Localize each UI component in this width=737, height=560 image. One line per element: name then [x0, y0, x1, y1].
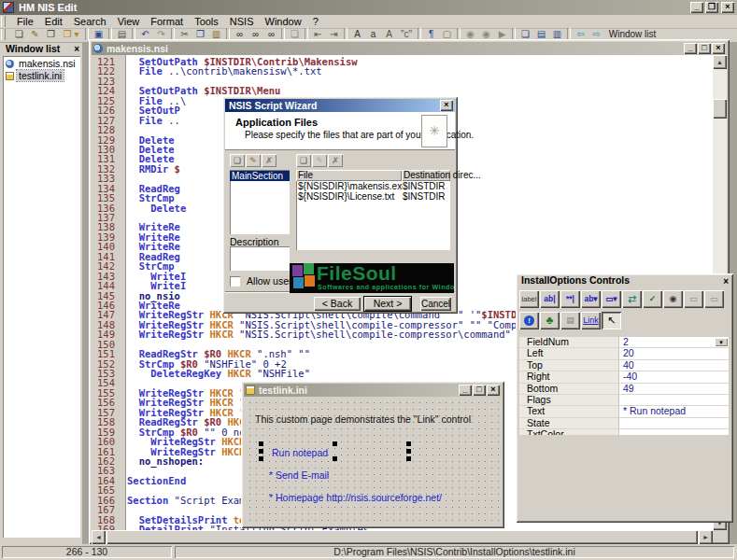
wizard-close-button[interactable]: × — [440, 100, 453, 111]
close-button[interactable]: × — [721, 2, 734, 13]
property-value[interactable]: 49 — [619, 383, 634, 394]
property-value[interactable] — [619, 417, 623, 428]
editor-maximize-button[interactable]: □ — [698, 43, 711, 54]
designer-canvas[interactable]: This custom page demonstrates the "Link"… — [244, 397, 502, 525]
property-value[interactable]: 2 — [619, 337, 629, 347]
restore-button[interactable]: ❐ — [705, 2, 718, 13]
designer-link[interactable]: * Homepage http://nsis.sourceforge.net/ — [269, 492, 442, 503]
scroll-left-icon[interactable]: ◄ — [92, 530, 106, 544]
link-control-button[interactable]: Link — [581, 312, 601, 329]
designer-link[interactable]: Run notepad — [272, 447, 328, 458]
designer-minimize-button[interactable]: _ — [459, 385, 472, 396]
scroll-up-icon[interactable]: ▲ — [713, 55, 727, 69]
selection-handle[interactable] — [259, 456, 263, 461]
property-row[interactable]: Text* Run notepad — [519, 406, 729, 417]
menu-bar: FileEditSearchViewFormatToolsNSISWindow? — [0, 15, 737, 29]
property-value[interactable] — [619, 394, 623, 405]
property-row[interactable]: Bottom49 — [519, 384, 729, 395]
window-list-close-icon[interactable]: × — [74, 43, 79, 55]
menu-grip — [1, 16, 6, 27]
delete-section-icon[interactable]: ✗ — [262, 154, 276, 167]
hscroll-thumb[interactable] — [106, 530, 698, 544]
menu-item[interactable]: Format — [145, 15, 189, 28]
filerequest-control-button[interactable]: ⇄ — [622, 290, 642, 308]
components-checkbox[interactable] — [230, 276, 240, 287]
select-cursor-button[interactable]: ↖ — [602, 312, 621, 329]
designer-maximize-button[interactable]: □ — [473, 385, 486, 396]
window-list-title: Window list — [2, 43, 60, 54]
property-value[interactable]: 40 — [619, 359, 634, 371]
description-box[interactable] — [230, 246, 290, 271]
designer-close-button[interactable]: × — [487, 385, 500, 396]
editor-close-button[interactable]: × — [712, 43, 725, 54]
selection-handle[interactable] — [406, 449, 411, 454]
new-file-button[interactable]: ❏ — [11, 28, 27, 41]
property-value[interactable]: 20 — [619, 347, 634, 358]
icon-control-button[interactable]: ! — [519, 312, 539, 329]
delete-file-icon[interactable]: ✗ — [328, 154, 343, 167]
property-value[interactable] — [619, 428, 623, 435]
selection-handle[interactable] — [406, 456, 411, 461]
selection-handle[interactable] — [333, 456, 337, 461]
filesoul-logo-text: FileSoul — [317, 263, 397, 285]
installoptions-close-icon[interactable]: × — [723, 274, 729, 288]
menu-item[interactable]: Search — [68, 15, 112, 28]
window-list-item[interactable]: testlink.ini — [3, 70, 80, 82]
password-control-button[interactable]: **| — [560, 290, 580, 308]
section-list-item[interactable]: MainSection — [230, 171, 290, 181]
dest-column-header[interactable]: Destination direc... — [402, 170, 450, 181]
vscroll-thumb[interactable] — [713, 99, 727, 119]
file-row[interactable]: ${NSISDIR}\makensis.exe$INSTDIR — [296, 181, 450, 191]
checkbox-control-button[interactable]: ✓ — [643, 290, 662, 308]
selection-handle[interactable] — [259, 441, 263, 446]
back-button[interactable]: < Back — [314, 297, 361, 311]
menu-item[interactable]: Edit — [39, 15, 68, 28]
next-button[interactable]: Next > — [364, 297, 411, 311]
property-value[interactable]: * Run notepad — [619, 405, 686, 416]
wizard-title: NSIS Script Wizard — [225, 100, 317, 111]
listbox-control-button[interactable]: ▤ — [560, 312, 580, 329]
files-list[interactable]: FileDestination direc... ${NSISDIR}\make… — [296, 170, 450, 250]
filesoul-tagline: Softwares and applications for Windows — [318, 284, 454, 290]
menu-item[interactable]: Window — [260, 15, 307, 28]
droplist-control-button[interactable]: ▭▾ — [602, 290, 621, 308]
property-row[interactable]: TxtColor — [519, 429, 729, 435]
selection-handle[interactable] — [259, 449, 263, 454]
menu-item[interactable]: File — [11, 15, 39, 28]
text-control-button[interactable]: ab| — [540, 290, 560, 308]
add-section-icon[interactable]: ❏ — [230, 154, 245, 167]
designer-link[interactable]: * Send E-mail — [269, 469, 329, 481]
property-row[interactable]: Right-40 — [519, 371, 729, 383]
button-control-button[interactable]: ▭ — [704, 290, 724, 308]
property-row[interactable]: Left20 — [519, 348, 729, 359]
section-list[interactable]: MainSection — [230, 170, 290, 234]
window-list-item[interactable]: makensis.nsi — [3, 58, 80, 70]
editor-minimize-button[interactable]: _ — [684, 43, 697, 54]
menu-item[interactable]: View — [112, 15, 146, 28]
combobox-control-button[interactable]: ab▾ — [581, 290, 601, 308]
menu-item[interactable]: NSIS — [224, 15, 260, 28]
groupbox-control-button[interactable]: ▭ — [684, 290, 703, 308]
new-from-template-button[interactable]: ❐ — [43, 28, 59, 41]
property-value[interactable]: -40 — [619, 371, 637, 382]
file-column-header[interactable]: File — [296, 170, 402, 181]
file-row[interactable]: ${NSISDIR}\License.txt$INSTDIR — [296, 191, 450, 202]
selection-handle[interactable] — [406, 441, 411, 446]
minimize-button[interactable]: _ — [690, 2, 703, 13]
label-control-button[interactable]: label — [519, 290, 539, 308]
designer-caption: This custom page demonstrates the "Link"… — [255, 413, 471, 425]
cancel-button[interactable]: Cancel — [420, 297, 451, 311]
edit-file-icon[interactable]: ✎ — [312, 154, 327, 167]
editor-hscrollbar[interactable]: ◄ ► — [92, 530, 713, 544]
script-wizard-button[interactable]: ✎ — [27, 28, 43, 41]
edit-section-icon[interactable]: ✎ — [246, 154, 261, 167]
menu-item[interactable]: Tools — [189, 15, 224, 28]
radiobutton-control-button[interactable]: ◉ — [663, 290, 683, 308]
menu-item[interactable]: ? — [307, 15, 324, 28]
add-file-icon[interactable]: ❏ — [296, 154, 311, 167]
scroll-right-icon[interactable]: ► — [699, 530, 713, 544]
property-row[interactable]: State — [519, 418, 729, 429]
open-file-button[interactable]: ❒ ▾ — [59, 28, 83, 41]
selection-handle[interactable] — [333, 441, 337, 446]
bitmap-control-button[interactable]: ♣ — [540, 312, 560, 329]
